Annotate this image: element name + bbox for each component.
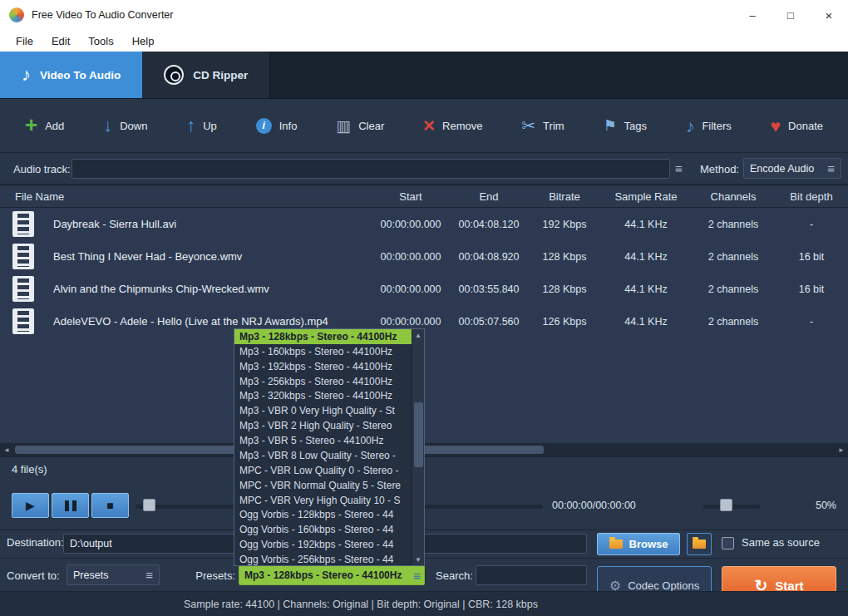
- bit-depth-cell: -: [775, 219, 848, 230]
- toolbar-tags-button[interactable]: ⚑Tags: [603, 118, 647, 133]
- toolbar-info-button[interactable]: iInfo: [256, 118, 298, 134]
- tab-video-to-audio[interactable]: ♪Video To Audio: [0, 52, 142, 98]
- seek-thumb[interactable]: [143, 499, 155, 511]
- preset-option[interactable]: Mp3 - VBR 2 High Quality - Stereo: [234, 418, 412, 433]
- sample-rate-cell: 44.1 KHz: [600, 316, 692, 328]
- film-strip-icon: [12, 211, 34, 237]
- status-bar: Sample rate: 44100 | Channels: Original …: [0, 591, 848, 616]
- destination-label: Destination:: [7, 536, 64, 549]
- maximize-button[interactable]: □: [772, 0, 810, 30]
- menu-item-help[interactable]: Help: [123, 30, 164, 52]
- audio-track-menu-icon[interactable]: ≡: [675, 162, 683, 175]
- music-note-icon: ♪: [22, 66, 31, 84]
- toolbar-add-button[interactable]: +Add: [25, 116, 64, 136]
- column-end[interactable]: End: [449, 190, 529, 203]
- scroll-up-icon[interactable]: ▲: [412, 329, 424, 341]
- preset-option[interactable]: Mp3 - VBR 8 Low Quality - Stereo -: [234, 448, 412, 463]
- minimize-button[interactable]: –: [733, 0, 772, 30]
- close-button[interactable]: ×: [810, 0, 848, 30]
- play-button[interactable]: ▶: [12, 493, 49, 518]
- table-row[interactable]: Best Thing I Never Had - Beyonce.wmv00:0…: [0, 240, 848, 273]
- open-output-folder-button[interactable]: [687, 533, 712, 555]
- scroll-left-icon[interactable]: ◄: [0, 443, 13, 456]
- menu-item-file[interactable]: File: [7, 30, 42, 52]
- channels-cell: 2 channels: [692, 251, 775, 263]
- preset-option[interactable]: Mp3 - 128kbps - Stereo - 44100Hz: [234, 329, 412, 344]
- audio-track-input[interactable]: [71, 159, 670, 179]
- scroll-right-icon[interactable]: ►: [835, 443, 848, 456]
- dropdown-scrollbar[interactable]: ▲ ▼: [412, 329, 424, 565]
- sample-rate-cell: 44.1 KHz: [600, 219, 692, 230]
- column-file-name[interactable]: File Name: [0, 190, 372, 203]
- preset-option[interactable]: Mp3 - VBR 5 - Stereo - 44100Hz: [234, 433, 412, 448]
- film-strip-icon: [12, 244, 34, 269]
- convert-to-menu-icon: ≡: [145, 569, 153, 581]
- preset-menu-icon: ≡: [413, 569, 421, 582]
- column-start[interactable]: Start: [372, 190, 449, 203]
- column-channels[interactable]: Channels: [692, 190, 775, 203]
- add-icon: +: [25, 114, 37, 136]
- end-cell: 00:04:08.120: [449, 219, 529, 230]
- stop-button[interactable]: ■: [91, 493, 129, 518]
- preset-option[interactable]: Ogg Vorbis - 128kbps - Stereo - 44: [234, 508, 412, 523]
- preset-option[interactable]: Mp3 - 320kbps - Stereo - 44100Hz: [234, 389, 412, 404]
- menu-item-tools[interactable]: Tools: [79, 30, 122, 52]
- scroll-down-icon[interactable]: ▼: [412, 554, 424, 565]
- preset-option[interactable]: Mp3 - 160kbps - Stereo - 44100Hz: [234, 344, 412, 359]
- toolbar-remove-button[interactable]: ×Remove: [423, 116, 482, 136]
- table-row[interactable]: Daybreak - Sierra Hull.avi00:00:00.00000…: [0, 208, 848, 240]
- preset-option[interactable]: Mp3 - 192kbps - Stereo - 44100Hz: [234, 359, 412, 374]
- play-icon: ▶: [26, 500, 35, 511]
- preset-combo[interactable]: Mp3 - 128kbps - Stereo - 44100Hz ≡: [239, 565, 425, 585]
- preset-option[interactable]: Ogg Vorbis - 160kbps - Stereo - 44: [234, 522, 412, 537]
- preset-option[interactable]: MPC - VBR Normal Quality 5 - Stere: [234, 478, 412, 493]
- preset-option[interactable]: MPC - VBR Very High Quality 10 - S: [234, 493, 412, 508]
- preset-option[interactable]: MPC - VBR Low Quality 0 - Stereo -: [234, 463, 412, 478]
- app-window: Free Video To Audio Converter – □ × File…: [0, 0, 848, 616]
- preset-option[interactable]: Ogg Vorbis - 256kbps - Stereo - 44: [234, 552, 412, 567]
- sample-rate-cell: 44.1 KHz: [600, 251, 692, 263]
- dropdown-scrollbar-thumb[interactable]: [414, 402, 423, 467]
- table-header: File Name Start End Bitrate Sample Rate …: [0, 185, 848, 208]
- preset-option[interactable]: Mp3 - VBR 0 Very High Quality - St: [234, 403, 412, 418]
- bit-depth-cell: 16 bit: [775, 251, 848, 263]
- preset-option[interactable]: Mp3 - 256kbps - Stereo - 44100Hz: [234, 374, 412, 389]
- toolbar-trim-button[interactable]: ✂Trim: [521, 117, 564, 134]
- bitrate-cell: 192 Kbps: [529, 219, 600, 230]
- toolbar-clear-button[interactable]: ▥Clear: [336, 118, 384, 134]
- convert-to-value: Presets: [73, 569, 108, 581]
- search-label: Search:: [436, 569, 473, 582]
- search-input[interactable]: [476, 565, 587, 585]
- method-select[interactable]: Encode Audio ≡: [743, 158, 841, 179]
- same-as-source-label: Same as source: [742, 536, 820, 549]
- info-icon: i: [256, 118, 272, 134]
- bitrate-cell: 128 Kbps: [529, 251, 600, 263]
- playback-time: 00:00:00/00:00:00: [552, 500, 636, 511]
- film-strip-icon: [12, 276, 34, 302]
- toolbar-donate-button[interactable]: ♥Donate: [771, 117, 823, 135]
- stop-icon: ■: [106, 500, 113, 511]
- pause-button[interactable]: [52, 493, 89, 518]
- bit-depth-cell: 16 bit: [775, 283, 848, 295]
- menu-item-edit[interactable]: Edit: [42, 30, 79, 52]
- clear-icon: ▥: [336, 118, 351, 134]
- down-icon: ↓: [103, 116, 112, 135]
- toolbar-down-button[interactable]: ↓Down: [103, 116, 147, 135]
- toolbar-filters-button[interactable]: ♪Filters: [686, 117, 732, 135]
- toolbar-up-button[interactable]: ↑Up: [186, 116, 217, 135]
- folder-icon: [609, 540, 623, 549]
- preset-option[interactable]: Ogg Vorbis - 192kbps - Stereo - 44: [234, 537, 412, 552]
- file-icon-cell: [0, 308, 47, 334]
- column-bit-depth[interactable]: Bit depth: [775, 190, 848, 203]
- end-cell: 00:05:07.560: [449, 316, 529, 328]
- column-sample-rate[interactable]: Sample Rate: [600, 190, 692, 203]
- convert-to-select[interactable]: Presets ≡: [67, 564, 160, 585]
- table-row[interactable]: Alvin and the Chipmunks Chip-Wrecked.wmv…: [0, 273, 848, 305]
- tab-cd-ripper[interactable]: CD Ripper: [142, 52, 270, 98]
- film-strip-icon: [12, 308, 34, 334]
- same-as-source-checkbox[interactable]: [722, 537, 734, 549]
- column-bitrate[interactable]: Bitrate: [529, 190, 600, 203]
- start-cell: 00:00:00.000: [372, 316, 449, 328]
- browse-button[interactable]: Browse: [597, 533, 680, 555]
- volume-thumb[interactable]: [720, 499, 732, 511]
